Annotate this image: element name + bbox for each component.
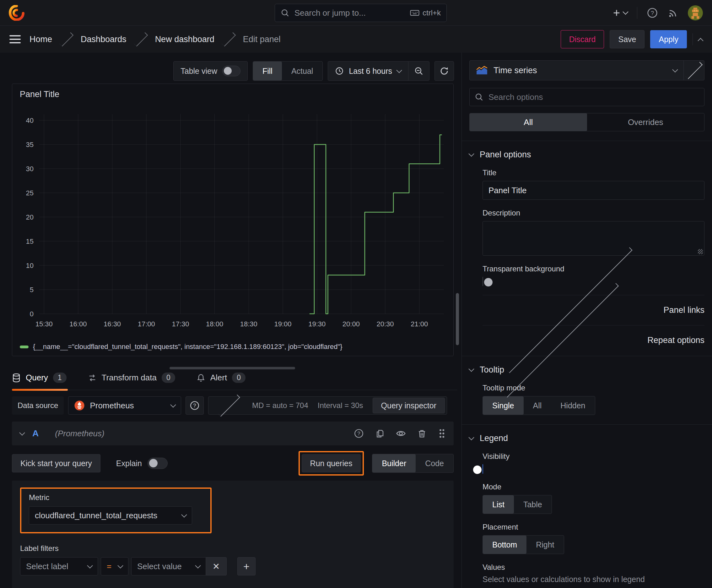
svg-text:25: 25 [26, 189, 34, 197]
collapse-header-icon[interactable] [697, 38, 703, 43]
tooltip-section-header[interactable]: Tooltip [469, 365, 705, 375]
time-range-label: Last 6 hours [349, 67, 392, 76]
svg-text:15: 15 [26, 237, 34, 245]
run-queries-highlight: Run queries [299, 451, 364, 476]
metric-select[interactable]: cloudflared_tunnel_total_requests [29, 506, 192, 525]
panel-description-textarea[interactable] [482, 221, 705, 256]
collapse-query-icon[interactable] [19, 430, 25, 435]
svg-text:18:30: 18:30 [240, 320, 257, 328]
divider [462, 141, 712, 141]
svg-text:?: ? [651, 9, 654, 16]
datasource-picker[interactable]: Prometheus [68, 396, 181, 415]
panel-options-section-header[interactable]: Panel options [469, 150, 705, 160]
chevron-down-icon [672, 67, 678, 72]
legend-mode-table[interactable]: Table [514, 495, 552, 513]
explain-toggle[interactable] [148, 458, 168, 469]
tab-all-options[interactable]: All [470, 113, 587, 131]
options-search-input[interactable] [489, 92, 699, 102]
builder-option[interactable]: Builder [372, 454, 416, 472]
panel-preview: Panel Title 051015202530354015:3016:0016… [12, 84, 454, 356]
run-queries-button[interactable]: Run queries [302, 454, 361, 472]
add-filter-button[interactable]: + [237, 557, 256, 575]
refresh-button[interactable] [434, 61, 454, 81]
delete-query-trash-icon[interactable] [417, 429, 427, 438]
fill-option[interactable]: Fill [253, 62, 282, 80]
select-label-dropdown[interactable]: Select label [20, 557, 98, 575]
breadcrumb-dashboards[interactable]: Dashboards [81, 35, 127, 44]
actual-option[interactable]: Actual [282, 62, 322, 80]
label-filters-label: Label filters [20, 544, 446, 553]
menu-toggle-icon[interactable] [9, 35, 21, 43]
discard-button[interactable]: Discard [561, 30, 604, 48]
zoom-out-button[interactable] [408, 62, 429, 80]
select-label-placeholder: Select label [26, 562, 68, 571]
apply-button[interactable]: Apply [650, 30, 687, 48]
chevron-down-icon [170, 402, 176, 407]
datasource-help-button[interactable]: ? [186, 396, 204, 415]
save-button[interactable]: Save [610, 30, 645, 48]
time-range-control: Last 6 hours [328, 61, 429, 81]
news-rss-icon[interactable] [667, 7, 678, 18]
tooltip-mode-all[interactable]: All [524, 396, 551, 415]
breadcrumb-home[interactable]: Home [29, 35, 52, 44]
tab-alert[interactable]: Alert 0 [196, 370, 247, 390]
query-datasource-hint: (Prometheus) [55, 429, 105, 439]
tooltip-mode-switch: Single All Hidden [482, 396, 595, 415]
legend-placement-bottom[interactable]: Bottom [483, 536, 526, 554]
new-dropdown-button[interactable] [612, 8, 628, 17]
global-search[interactable]: ctrl+k [275, 4, 447, 22]
global-search-input[interactable] [295, 8, 405, 18]
datasource-value: Prometheus [90, 401, 134, 411]
operator-dropdown[interactable]: = [101, 557, 128, 575]
drag-handle-icon[interactable] [438, 428, 446, 439]
remove-filter-button[interactable]: ✕ [206, 557, 226, 575]
tab-transform-data[interactable]: Transform data 0 [88, 370, 176, 390]
query-row-header[interactable]: A (Prometheus) ? [12, 422, 454, 445]
grafana-logo[interactable] [9, 5, 24, 21]
operator-value: = [107, 562, 111, 571]
time-series-chart[interactable]: 051015202530354015:3016:0016:3017:0017:3… [12, 84, 453, 332]
chevron-down-icon [396, 67, 402, 73]
legend-mode-label: Mode [482, 482, 705, 491]
time-range-picker[interactable]: Last 6 hours [328, 62, 408, 80]
legend-series-label[interactable]: {__name__="cloudflared_tunnel_total_requ… [33, 343, 343, 351]
legend-mode-list[interactable]: List [483, 495, 514, 513]
visualization-select[interactable]: Time series [470, 61, 684, 80]
select-value-dropdown[interactable]: Select value [131, 557, 206, 575]
repeat-options-section[interactable]: Repeat options [482, 334, 705, 346]
legend-visibility-toggle[interactable] [482, 464, 483, 474]
panel-view-toolbar: Table view Fill Actual Last 6 hours [0, 53, 461, 82]
fill-actual-switch: Fill Actual [253, 61, 323, 81]
tooltip-mode-hidden[interactable]: Hidden [551, 396, 595, 415]
time-series-viz-icon [476, 66, 488, 75]
panel-title-input[interactable] [482, 181, 705, 200]
help-icon[interactable]: ? [647, 7, 658, 19]
svg-text:20: 20 [26, 213, 34, 221]
legend-visibility-label: Visibility [482, 452, 705, 461]
options-search[interactable] [469, 88, 705, 106]
code-option[interactable]: Code [416, 454, 453, 472]
clock-icon [335, 67, 344, 76]
tab-overrides[interactable]: Overrides [587, 113, 705, 131]
horizontal-scroll-indicator[interactable] [170, 367, 295, 370]
transparent-background-toggle[interactable] [482, 277, 483, 286]
metric-highlight: Metric cloudflared_tunnel_total_requests [20, 487, 212, 533]
viz-suggestions-expand[interactable] [684, 61, 704, 80]
legend-placement-right[interactable]: Right [526, 536, 563, 554]
svg-text:20:00: 20:00 [343, 320, 360, 328]
query-inspector-button[interactable]: Query inspector [373, 398, 445, 413]
query-help-icon[interactable]: ? [354, 428, 364, 439]
table-view-toggle[interactable] [222, 66, 240, 76]
resize-handle[interactable] [698, 249, 703, 254]
legend-section-header[interactable]: Legend [469, 434, 705, 443]
vertical-scrollbar[interactable] [456, 293, 459, 345]
expand-options-icon[interactable] [218, 395, 240, 417]
user-avatar[interactable] [688, 5, 703, 21]
chevron-down-icon [623, 9, 628, 15]
tab-query[interactable]: Query 1 [12, 370, 68, 390]
hide-response-eye-icon[interactable] [396, 428, 406, 439]
kick-start-query-button[interactable]: Kick start your query [12, 454, 101, 472]
tooltip-mode-single[interactable]: Single [483, 396, 524, 415]
breadcrumb-new-dashboard[interactable]: New dashboard [155, 35, 214, 44]
duplicate-query-icon[interactable] [375, 429, 385, 438]
